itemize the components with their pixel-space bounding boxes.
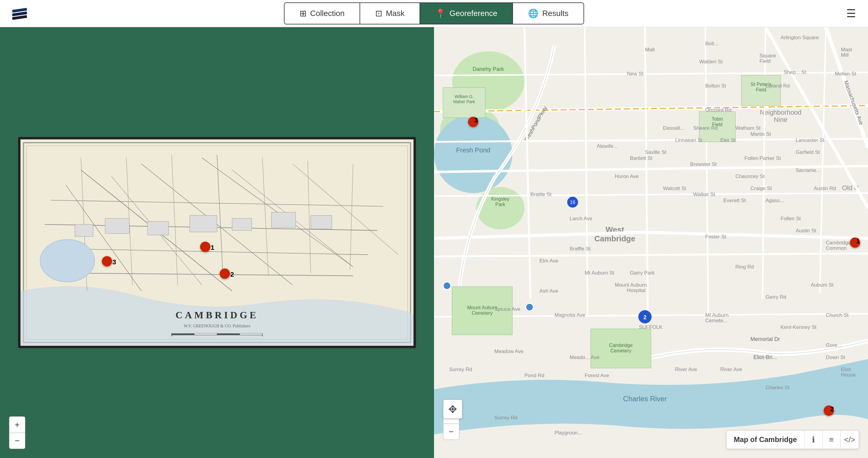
svg-text:Mount Auburn: Mount Auburn <box>467 305 497 310</box>
svg-text:Gore...: Gore... <box>826 342 841 348</box>
svg-rect-31 <box>232 219 252 230</box>
svg-text:Arlington Square: Arlington Square <box>781 35 819 40</box>
tab-results-label: Results <box>542 9 568 18</box>
svg-text:Austin Rd: Austin Rd <box>814 185 836 191</box>
header: ⊞ Collection ⊡ Mask 📍 Georeference 🌐 Res… <box>0 0 868 27</box>
svg-text:Cambridge: Cambridge <box>609 343 632 348</box>
svg-rect-27 <box>75 225 93 236</box>
svg-text:Sheare Rd: Sheare Rd <box>693 125 718 131</box>
georef-tool-button[interactable] <box>443 399 462 419</box>
svg-point-52 <box>476 187 524 229</box>
svg-text:Mill: Mill <box>841 52 849 58</box>
svg-text:Garfield St: Garfield St <box>796 149 820 155</box>
svg-rect-41 <box>194 334 217 335</box>
right-blue-point-2[interactable] <box>525 303 534 311</box>
left-zoom-out[interactable]: − <box>9 433 25 449</box>
svg-text:Cambridge: Cambridge <box>826 240 851 246</box>
svg-text:CAMBRIDGE: CAMBRIDGE <box>176 310 258 320</box>
svg-text:Forest Ave: Forest Ave <box>585 373 609 378</box>
svg-point-34 <box>40 239 95 282</box>
tab-collection[interactable]: ⊞ Collection <box>284 3 360 24</box>
svg-text:Church St: Church St <box>826 312 849 318</box>
right-blue-point-1[interactable] <box>443 282 451 290</box>
svg-text:Follen: Follen <box>744 155 758 161</box>
svg-text:Mt Auburn St: Mt Auburn St <box>585 270 615 276</box>
svg-text:Cemetery: Cemetery <box>472 311 493 316</box>
historical-map-inner: CAMBRIDGE W.V. GREENOUGH & CO. Publisher… <box>21 139 413 346</box>
svg-rect-28 <box>105 219 129 233</box>
svg-text:Larch Ave: Larch Ave <box>569 216 592 222</box>
svg-text:William G.: William G. <box>455 94 474 99</box>
map-info-title: Map of Cambridge <box>727 431 804 449</box>
svg-text:Walker St: Walker St <box>693 192 715 197</box>
svg-text:W.V. GREENOUGH & CO. Publisher: W.V. GREENOUGH & CO. Publishers <box>184 323 250 328</box>
svg-text:Watham St: Watham St <box>735 125 761 131</box>
svg-text:Common: Common <box>826 245 846 251</box>
map-code-button[interactable]: </> <box>841 431 859 449</box>
code-icon: </> <box>844 435 855 445</box>
tab-mask[interactable]: ⊡ Mask <box>360 3 420 24</box>
svg-text:Mount Auburn: Mount Auburn <box>615 282 647 288</box>
svg-text:Bartlett St: Bartlett St <box>630 155 652 161</box>
left-zoom-in[interactable]: + <box>9 417 25 433</box>
svg-text:Brewster St: Brewster St <box>690 162 717 167</box>
svg-text:Orccord Rd: Orccord Rd <box>705 107 732 113</box>
right-panel: Danehy Park Fresh Pond Reservation Fresh… <box>434 27 868 458</box>
mask-icon: ⊡ <box>375 8 382 19</box>
svg-text:Pond Rd: Pond Rd <box>524 373 544 378</box>
svg-text:Walcott St: Walcott St <box>663 185 686 191</box>
svg-text:Square: Square <box>760 53 776 59</box>
right-cp2-label: 2 <box>830 405 834 413</box>
svg-rect-42 <box>217 334 240 335</box>
svg-text:Eliot: Eliot <box>841 367 851 372</box>
svg-text:Agass...: Agass... <box>766 198 784 203</box>
svg-rect-40 <box>172 334 194 335</box>
map-info-button[interactable]: ℹ <box>804 431 823 449</box>
collection-icon: ⊞ <box>300 8 307 19</box>
svg-text:House: House <box>841 372 856 378</box>
map-list-button[interactable]: ≡ <box>823 431 841 449</box>
svg-text:Parker St: Parker St <box>760 155 781 161</box>
left-control-point-3[interactable] <box>102 256 112 266</box>
svg-text:Shep... St: Shep... St <box>784 69 806 75</box>
svg-text:Cambridge: Cambridge <box>594 234 635 243</box>
results-icon: 🌐 <box>528 8 538 19</box>
tab-mask-label: Mask <box>386 9 404 18</box>
svg-text:Dassall...: Dassall... <box>663 125 684 131</box>
svg-text:Park: Park <box>495 202 506 207</box>
svg-text:Magnolia Ave: Magnolia Ave <box>555 312 585 318</box>
map-info-bar: Map of Cambridge ℹ ≡ </> <box>726 430 859 449</box>
tab-collection-label: Collection <box>310 9 344 18</box>
right-zoom-out[interactable]: − <box>443 424 459 440</box>
left-control-point-1[interactable] <box>200 242 210 252</box>
historical-map-container[interactable]: CAMBRIDGE W.V. GREENOUGH & CO. Publisher… <box>18 137 416 348</box>
svg-text:Field: Field <box>760 58 771 64</box>
svg-text:Saville St: Saville St <box>645 149 666 155</box>
svg-text:Neighborhood: Neighborhood <box>760 109 801 116</box>
svg-text:Braffle St: Braffle St <box>569 246 591 252</box>
osm-map[interactable]: Danehy Park Fresh Pond Reservation Fresh… <box>434 27 868 458</box>
svg-text:Ash Ave: Ash Ave <box>539 288 558 294</box>
svg-text:Lancaster St: Lancaster St <box>796 137 825 143</box>
tab-results[interactable]: 🌐 Results <box>513 3 584 24</box>
map-roads-layer: Danehy Park Fresh Pond Reservation Fresh… <box>434 27 868 458</box>
svg-rect-30 <box>190 216 217 232</box>
svg-text:Upland Rd: Upland Rd <box>766 83 789 89</box>
tab-georeference[interactable]: 📍 Georeference <box>420 3 513 24</box>
svg-text:Malt: Malt <box>645 47 655 53</box>
svg-text:Spruce Ave: Spruce Ave <box>494 306 521 312</box>
svg-text:New St: New St <box>627 71 644 77</box>
nav-tabs: ⊞ Collection ⊡ Mask 📍 Georeference 🌐 Res… <box>284 2 584 24</box>
svg-text:Follen St: Follen St <box>781 216 801 222</box>
svg-text:Eler St: Eler St <box>720 137 736 143</box>
left-control-point-2[interactable] <box>220 268 230 279</box>
svg-text:Elm Ave: Elm Ave <box>539 258 558 264</box>
svg-text:Alewife...: Alewife... <box>597 143 618 149</box>
svg-text:Kent-Kenney St: Kent-Kenney St <box>781 324 816 330</box>
menu-button[interactable]: ☰ <box>846 7 856 20</box>
app-logo[interactable] <box>9 3 30 24</box>
svg-text:Huron Ave: Huron Ave <box>615 173 639 179</box>
svg-text:Meadow Ave: Meadow Ave <box>494 348 524 354</box>
svg-text:Down St: Down St <box>826 354 845 360</box>
cp1-text: 1 <box>211 244 214 252</box>
